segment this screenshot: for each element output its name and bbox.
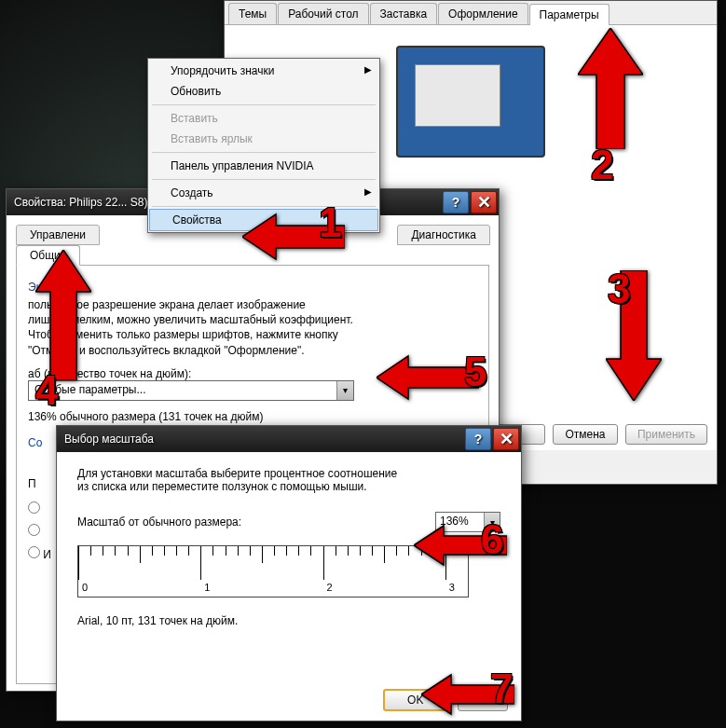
svg-marker-3 — [35, 250, 91, 380]
chevron-down-icon[interactable]: ▾ — [336, 381, 353, 400]
scale-title-text: Выбор масштаба — [64, 433, 154, 446]
annotation-number-7: 7 — [490, 666, 513, 712]
cm-separator — [152, 179, 376, 180]
tab-screensaver[interactable]: Заставка — [370, 3, 438, 24]
tab-management[interactable]: Управлени — [16, 225, 100, 245]
cm-arrange-icons[interactable]: Упорядочить значки▶ — [148, 61, 379, 81]
help-icon[interactable]: ? — [443, 191, 469, 213]
close-icon[interactable]: ✕ — [493, 428, 519, 450]
ruler-label: 0 — [82, 582, 88, 593]
tab-settings[interactable]: Параметры — [529, 4, 610, 25]
cm-paste-shortcut: Вставить ярлык — [148, 129, 379, 149]
ruler-label: 3 — [449, 582, 455, 593]
svg-marker-1 — [578, 28, 643, 149]
cm-refresh[interactable]: Обновить — [148, 81, 379, 102]
tab-themes[interactable]: Темы — [228, 3, 277, 24]
submenu-arrow-icon: ▶ — [364, 64, 372, 75]
monitor-preview[interactable] — [396, 46, 545, 158]
annotation-number-3: 3 — [608, 266, 630, 312]
dpi-info-text: пользуемое разрешение экрана делает изоб… — [28, 297, 477, 358]
font-sample-text: Arial, 10 пт, 131 точек на дюйм. — [77, 614, 500, 627]
annotation-number-6: 6 — [481, 516, 503, 563]
annotation-arrow-2 — [578, 28, 643, 149]
cm-separator — [152, 152, 376, 153]
apply-button[interactable]: Применить — [625, 424, 707, 445]
screen-group-label: Эк — [28, 281, 477, 294]
dpi-dropdown[interactable]: Особые параметры... ▾ — [28, 380, 354, 401]
tab-diagnostics[interactable]: Диагностика — [397, 225, 490, 245]
scale-titlebar[interactable]: Выбор масштаба ? ✕ — [57, 426, 521, 452]
cm-separator — [152, 104, 376, 105]
dpi-result-text: 136% обычного размера (131 точек на дюйм… — [28, 410, 477, 423]
annotation-number-5: 5 — [464, 349, 486, 395]
desktop-context-menu: Упорядочить значки▶ Обновить Вставить Вс… — [147, 58, 380, 233]
submenu-arrow-icon: ▶ — [364, 186, 372, 197]
compat-radio-3[interactable] — [28, 546, 40, 558]
display-tabs: Темы Рабочий стол Заставка Оформление Па… — [225, 1, 717, 25]
cm-new[interactable]: Создать▶ — [148, 183, 379, 203]
ruler-label: 1 — [204, 582, 210, 593]
cancel-button[interactable]: Отмена — [553, 424, 618, 445]
compat-radio-2[interactable] — [28, 524, 40, 536]
annotation-number-1: 1 — [319, 199, 341, 246]
scale-instructions: Для установки масштаба выберите процентн… — [77, 467, 500, 493]
scale-ruler[interactable]: 0123 — [77, 545, 469, 598]
cm-nvidia-panel[interactable]: Панель управления NVIDIA — [148, 156, 379, 176]
close-icon[interactable]: ✕ — [471, 191, 497, 213]
tab-appearance[interactable]: Оформление — [438, 3, 527, 24]
annotation-number-2: 2 — [591, 142, 613, 188]
cm-paste: Вставить — [148, 108, 379, 129]
help-icon[interactable]: ? — [465, 428, 491, 450]
tab-desktop[interactable]: Рабочий стол — [278, 3, 368, 24]
annotation-arrow-4 — [35, 250, 91, 380]
compat-radio-1[interactable] — [28, 501, 40, 514]
ruler-label: 2 — [327, 582, 333, 593]
annotation-number-4: 4 — [35, 367, 58, 414]
cm-separator — [152, 206, 376, 207]
scale-from-label: Масштаб от обычного размера: — [77, 515, 241, 529]
